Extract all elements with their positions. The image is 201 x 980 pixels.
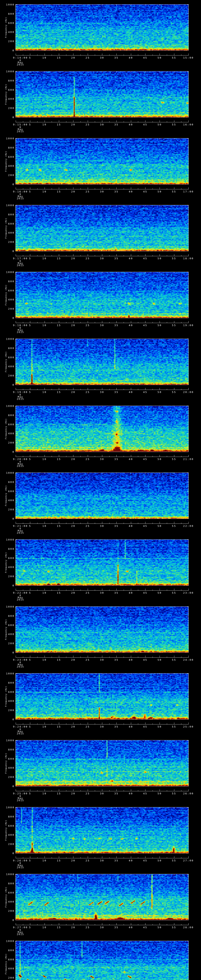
x-tick-label: 15 xyxy=(57,391,61,394)
y-tick-label: 200 xyxy=(4,374,14,377)
y-tick-label: 1000 xyxy=(4,3,14,6)
x-tick-label: 55 xyxy=(172,190,176,193)
x-axis-date-line: 2015 xyxy=(17,732,24,735)
x-tick-label: 50 xyxy=(158,792,162,795)
y-tick-label: 600 xyxy=(4,824,14,827)
x-tick-label: 55 xyxy=(172,257,176,260)
x-axis-end-time: 25:00 xyxy=(183,725,194,728)
x-tick-label: 20 xyxy=(71,859,76,862)
x-tick-label: 45 xyxy=(143,190,147,193)
y-tick-label: 1000 xyxy=(4,739,14,742)
y-tick-label: 400 xyxy=(4,967,14,970)
x-axis-date-line: 2015 xyxy=(17,197,24,200)
y-tick-label: 400 xyxy=(4,766,14,769)
x-tick-label: 45 xyxy=(143,56,147,59)
x-tick-label: 30 xyxy=(100,257,104,260)
x-tick-label: 50 xyxy=(158,190,162,193)
x-tick-label: 10 xyxy=(42,659,47,661)
x-tick-label: 20 xyxy=(71,458,76,461)
x-tick-label: 5 xyxy=(29,123,31,126)
x-tick-label: 10 xyxy=(42,525,47,527)
x-axis-date-line: 2015 xyxy=(17,799,24,802)
y-tick-label: 600 xyxy=(4,289,14,292)
x-tick-label: 10 xyxy=(42,324,47,327)
x-tick-label: 5 xyxy=(29,926,31,929)
x-tick-label: 30 xyxy=(100,659,104,661)
y-tick-label: 0 xyxy=(4,651,14,654)
y-axis-label: Frequency (Hz) xyxy=(5,753,7,774)
x-axis-end-time: 23:00 xyxy=(183,591,194,594)
x-tick-label: 30 xyxy=(100,725,104,728)
y-tick-label: 800 xyxy=(4,79,14,82)
x-axis-end-time: 20:00 xyxy=(183,391,194,394)
x-tick-label: 30 xyxy=(100,591,104,594)
x-tick-label: 20 xyxy=(71,257,76,260)
x-tick-label: 20 xyxy=(71,725,76,728)
x-tick-label: 45 xyxy=(143,391,147,394)
x-tick-label: 30 xyxy=(100,391,104,394)
y-tick-label: 200 xyxy=(4,642,14,645)
y-tick-label: 600 xyxy=(4,156,14,158)
x-tick-label: 5 xyxy=(29,56,31,59)
x-tick-label: 45 xyxy=(143,257,147,260)
x-tick-label: 35 xyxy=(115,659,119,661)
y-tick-label: 800 xyxy=(4,547,14,550)
x-tick-label: 30 xyxy=(100,190,104,193)
x-tick-label: 5 xyxy=(29,725,31,728)
x-axis-date-line: 2015 xyxy=(17,531,24,534)
x-tick-label: 25 xyxy=(86,123,90,126)
x-tick-label: 10 xyxy=(42,257,47,260)
y-tick-label: 400 xyxy=(4,633,14,636)
y-tick-label: 200 xyxy=(4,240,14,243)
y-tick-label: 400 xyxy=(4,231,14,234)
x-tick-label: 45 xyxy=(143,458,147,461)
x-tick-label: 5 xyxy=(29,792,31,795)
y-tick-label: 800 xyxy=(4,949,14,952)
y-tick-label: 0 xyxy=(4,584,14,587)
x-tick-label: 25 xyxy=(86,257,90,260)
y-tick-label: 400 xyxy=(4,97,14,100)
x-axis-date-line: 2015 xyxy=(17,598,24,601)
y-tick-label: 200 xyxy=(4,709,14,712)
x-axis-end-time: 15:00 xyxy=(183,56,194,59)
x-tick-label: 20 xyxy=(71,525,76,527)
x-tick-label: 55 xyxy=(172,659,176,661)
x-axis-date-line: 2015 xyxy=(17,866,24,869)
y-tick-label: 200 xyxy=(4,575,14,578)
y-tick-label: 0 xyxy=(4,517,14,520)
x-axis-end-time: 21:00 xyxy=(183,458,194,461)
x-tick-label: 45 xyxy=(143,659,147,661)
x-tick-label: 25 xyxy=(86,859,90,862)
x-tick-label: 5 xyxy=(29,257,31,260)
y-axis-label: Frequency (Hz) xyxy=(5,820,7,841)
y-axis-label: Frequency (Hz) xyxy=(5,552,7,573)
x-tick-label: 15 xyxy=(57,458,61,461)
x-axis-start-time: 9:19:00 xyxy=(13,391,28,394)
x-axis-end-time: 27:00 xyxy=(183,859,194,862)
x-tick-label: 35 xyxy=(115,257,119,260)
x-axis-end-time: 17:00 xyxy=(183,190,194,193)
x-tick-label: 55 xyxy=(172,391,176,394)
x-tick-label: 45 xyxy=(143,324,147,327)
x-tick-label: 25 xyxy=(86,190,90,193)
x-tick-label: 55 xyxy=(172,56,176,59)
x-tick-label: 30 xyxy=(100,926,104,929)
x-tick-label: 30 xyxy=(100,123,104,126)
x-tick-label: 10 xyxy=(42,123,47,126)
x-tick-label: 15 xyxy=(57,926,61,929)
x-tick-label: 25 xyxy=(86,659,90,661)
x-axis-start-time: 9:21:00 xyxy=(13,525,28,527)
y-tick-label: 200 xyxy=(4,508,14,511)
x-axis-end-time: 26:00 xyxy=(183,792,194,795)
x-tick-label: 35 xyxy=(115,324,119,327)
y-tick-label: 1000 xyxy=(4,204,14,207)
y-tick-label: 0 xyxy=(4,718,14,721)
y-tick-label: 800 xyxy=(4,882,14,885)
x-tick-label: 30 xyxy=(100,324,104,327)
y-tick-label: 1000 xyxy=(4,337,14,340)
y-tick-label: 0 xyxy=(4,116,14,119)
x-tick-label: 20 xyxy=(71,792,76,795)
y-axis-label: Frequency (Hz) xyxy=(5,352,7,372)
x-tick-label: 10 xyxy=(42,458,47,461)
x-tick-label: 10 xyxy=(42,926,47,929)
